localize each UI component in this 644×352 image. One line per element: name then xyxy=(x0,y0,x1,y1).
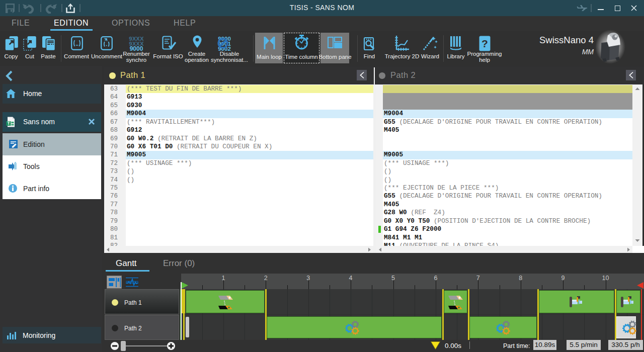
svg-text:9000: 9000 xyxy=(130,45,143,51)
svg-text:?: ? xyxy=(481,38,488,49)
svg-text:T: T xyxy=(7,121,10,126)
